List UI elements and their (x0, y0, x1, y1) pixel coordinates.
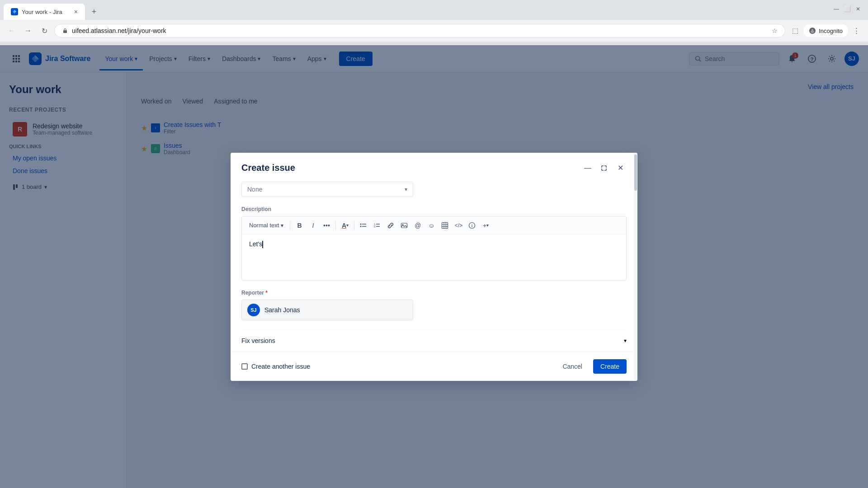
bold-button[interactable]: B (293, 219, 306, 232)
reporter-label: Reporter * (241, 290, 627, 296)
reporter-section: Reporter * SJ Sarah Jonas (241, 290, 627, 320)
close-window-button[interactable]: ✕ (854, 5, 863, 14)
modal-scrollbar[interactable] (634, 153, 637, 381)
create-issue-button[interactable]: Create (593, 359, 627, 374)
project-selector: None ▾ (241, 182, 627, 197)
modal-minimize-button[interactable]: — (581, 162, 594, 174)
modal-footer: Create another issue Cancel Create (231, 352, 637, 381)
more-formatting-button[interactable]: ••• (320, 219, 333, 232)
tab-favicon (11, 8, 18, 15)
info-button[interactable]: i (466, 219, 478, 232)
window-controls: — ⬜ ✕ (832, 5, 863, 14)
browser-chrome: — ⬜ ✕ Your work - Jira × + ← → (0, 0, 868, 45)
svg-rect-36 (442, 222, 448, 228)
toolbar-divider (354, 221, 354, 230)
project-dropdown-value: None (247, 186, 262, 193)
create-another-checkbox[interactable]: Create another issue (241, 363, 310, 370)
description-section: Description Normal text ▾ B I ••• (241, 206, 627, 281)
reporter-field[interactable]: SJ Sarah Jonas (241, 300, 413, 320)
svg-point-26 (360, 223, 362, 225)
modal-header-actions: — ✕ (581, 162, 627, 174)
required-indicator: * (265, 290, 268, 296)
code-button[interactable]: </> (452, 219, 465, 232)
text-color-button[interactable]: A ▾ (339, 219, 351, 232)
incognito-badge: Incognito (803, 24, 848, 37)
back-button[interactable]: ← (5, 24, 18, 37)
image-button[interactable] (398, 219, 410, 232)
toolbar-divider (290, 221, 290, 230)
modal-close-button[interactable]: ✕ (614, 162, 627, 174)
editor-text: Let's (249, 240, 262, 248)
chevron-down-icon: ▾ (346, 223, 349, 228)
text-style-label: Normal text (249, 222, 279, 229)
modal-title: Create issue (241, 163, 295, 173)
fix-versions-label: Fix versions (241, 337, 275, 344)
bookmark-icon[interactable]: ☆ (772, 27, 778, 34)
italic-button[interactable]: I (307, 219, 319, 232)
link-button[interactable] (384, 219, 397, 232)
bullet-list-icon (360, 222, 367, 229)
reporter-avatar: SJ (247, 304, 260, 316)
svg-text:2.: 2. (374, 225, 376, 228)
mention-button[interactable]: @ (411, 219, 424, 232)
browser-actions: ⬚ Incognito ⋮ (789, 24, 863, 37)
modal-header: Create issue — ✕ (231, 153, 637, 182)
footer-actions: Cancel Create (555, 359, 627, 374)
modal-body: None ▾ Description Normal text ▾ (231, 182, 637, 352)
address-bar[interactable]: uifeed.atlassian.net/jira/your-work ☆ (54, 24, 785, 38)
tab-bar: Your work - Jira × + (0, 0, 868, 20)
table-icon (441, 222, 448, 229)
bullet-list-button[interactable] (357, 219, 370, 232)
tab-title: Your work - Jira (22, 9, 62, 15)
text-style-selector[interactable]: Normal text ▾ (245, 220, 287, 230)
new-tab-button[interactable]: + (87, 5, 101, 19)
svg-rect-34 (401, 223, 407, 228)
more-options-button[interactable]: + ▾ (479, 219, 492, 232)
url-text: uifeed.atlassian.net/jira/your-work (72, 27, 768, 34)
modal-expand-button[interactable] (598, 162, 610, 174)
ordered-list-button[interactable]: 1. 2. (371, 219, 383, 232)
description-editor[interactable]: Normal text ▾ B I ••• A ▾ (241, 216, 627, 281)
text-cursor (262, 241, 263, 248)
description-label: Description (241, 206, 627, 212)
chevron-down-icon: ▾ (624, 338, 627, 344)
maximize-window-button[interactable]: ⬜ (843, 5, 852, 14)
ordered-list-icon: 1. 2. (373, 222, 381, 229)
info-icon: i (468, 222, 476, 229)
checkbox[interactable] (241, 363, 248, 370)
cancel-button[interactable]: Cancel (555, 359, 590, 374)
expand-icon (601, 165, 607, 171)
browser-tab[interactable]: Your work - Jira × (4, 4, 85, 20)
extensions-icon[interactable]: ⬚ (789, 24, 802, 37)
lock-icon (62, 28, 68, 34)
minimize-window-button[interactable]: — (832, 5, 841, 14)
image-icon (401, 222, 408, 229)
tab-close-button[interactable]: × (74, 8, 78, 15)
table-button[interactable] (439, 219, 451, 232)
svg-point-28 (360, 225, 362, 227)
project-dropdown[interactable]: None ▾ (241, 182, 413, 197)
svg-point-4 (811, 29, 813, 31)
browser-toolbar: ← → ↻ uifeed.atlassian.net/jira/your-wor… (0, 20, 868, 42)
emoji-button[interactable]: ☺ (425, 219, 438, 232)
create-issue-modal: Create issue — ✕ None ▾ (231, 153, 637, 381)
app-container: Jira Software Your work ▾ Projects ▾ Fil… (0, 45, 868, 488)
toolbar-divider (335, 221, 336, 230)
reporter-name: Sarah Jonas (264, 306, 300, 314)
modal-overlay: Create issue — ✕ None ▾ (0, 45, 868, 488)
svg-text:i: i (472, 224, 473, 228)
chevron-down-icon: ▾ (486, 223, 489, 228)
svg-rect-1 (63, 30, 67, 33)
scroll-thumb (634, 155, 637, 191)
link-icon (387, 222, 394, 229)
fix-versions-section[interactable]: Fix versions ▾ (241, 329, 627, 352)
create-another-label: Create another issue (251, 363, 310, 370)
editor-content-area[interactable]: Let's (242, 235, 626, 280)
refresh-button[interactable]: ↻ (38, 24, 51, 37)
browser-menu-button[interactable]: ⋮ (850, 24, 863, 37)
editor-toolbar: Normal text ▾ B I ••• A ▾ (242, 216, 626, 235)
forward-button[interactable]: → (22, 24, 34, 37)
chevron-down-icon: ▾ (405, 186, 407, 192)
incognito-icon (809, 27, 816, 34)
chevron-down-icon: ▾ (281, 222, 283, 229)
